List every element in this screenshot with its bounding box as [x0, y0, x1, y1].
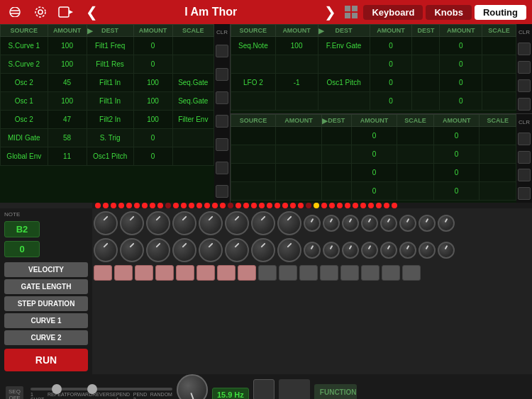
- slider-thumb-right[interactable]: [87, 384, 97, 394]
- step-button[interactable]: [361, 265, 379, 281]
- knob[interactable]: [277, 238, 301, 262]
- knob[interactable]: [342, 215, 359, 232]
- knob[interactable]: [277, 211, 301, 235]
- clr-btn[interactable]: [518, 79, 531, 92]
- table-row[interactable]: Osc 2 47 Filt2 In 100 Filter Env: [1, 111, 214, 129]
- steps-button[interactable]: [279, 379, 310, 399]
- clr-btn[interactable]: [518, 169, 531, 181]
- table-row[interactable]: 0 0: [231, 164, 516, 182]
- velocity-btn[interactable]: VELOCITY: [4, 262, 88, 277]
- knob[interactable]: [399, 242, 416, 259]
- clr-btn[interactable]: [518, 43, 531, 55]
- knobs-button[interactable]: Knobs: [426, 5, 471, 20]
- knob[interactable]: [225, 238, 249, 262]
- table-row[interactable]: Osc 2 45 Filt1 In 100 Seq.Gate: [1, 74, 214, 92]
- table-row[interactable]: MIDI Gate 58 S. Trig 0: [1, 129, 214, 147]
- settings-icon[interactable]: [31, 3, 50, 21]
- knob[interactable]: [172, 238, 196, 262]
- knob[interactable]: [438, 215, 455, 232]
- table-row[interactable]: Osc 1 100 Filt1 In 100 Seq.Gate: [1, 92, 214, 111]
- knob[interactable]: [146, 238, 170, 262]
- step-button[interactable]: [114, 265, 133, 281]
- knob[interactable]: [225, 211, 249, 235]
- knob[interactable]: [399, 215, 416, 232]
- clr-btn[interactable]: [518, 151, 531, 164]
- knob[interactable]: [199, 211, 223, 235]
- knob[interactable]: [146, 211, 170, 235]
- knob[interactable]: [251, 238, 275, 262]
- table-row[interactable]: 0 0: [231, 182, 516, 201]
- knob[interactable]: [94, 211, 118, 235]
- knob[interactable]: [199, 238, 223, 262]
- knob[interactable]: [120, 211, 144, 235]
- menu-icon[interactable]: [6, 3, 24, 21]
- right-bracket-icon[interactable]: ❯: [321, 3, 339, 21]
- step-button[interactable]: [196, 265, 215, 281]
- clr-btn[interactable]: [216, 162, 228, 174]
- table-row[interactable]: Global Env 11 Osc1 Pitch 0: [1, 147, 214, 166]
- left-bracket-icon[interactable]: ❮: [82, 3, 101, 21]
- knob[interactable]: [419, 242, 436, 259]
- step-button[interactable]: [340, 265, 359, 281]
- gate-length-btn[interactable]: GATE LENGTH: [4, 279, 88, 294]
- clr-btn[interactable]: [216, 68, 228, 81]
- grid-icon[interactable]: [342, 3, 360, 21]
- step-button[interactable]: [382, 265, 400, 281]
- function-button[interactable]: FUNCTION: [314, 384, 357, 400]
- knob[interactable]: [342, 242, 359, 259]
- clr-btn[interactable]: [518, 133, 531, 145]
- run-button[interactable]: RUN: [4, 349, 88, 371]
- knob[interactable]: [438, 242, 455, 259]
- rate-knob[interactable]: [177, 374, 208, 399]
- step-button[interactable]: [402, 265, 421, 281]
- knob[interactable]: [361, 242, 378, 259]
- step-button[interactable]: [155, 265, 174, 281]
- knob[interactable]: [419, 215, 436, 232]
- table-row[interactable]: 0 0: [231, 92, 516, 111]
- clr-btn[interactable]: [216, 45, 228, 57]
- step-button[interactable]: [320, 265, 338, 281]
- table-row[interactable]: S.Curve 1 100 Filt1 Freq 0: [1, 37, 214, 55]
- clr-btn[interactable]: [216, 115, 228, 128]
- knob[interactable]: [323, 215, 340, 232]
- step-button[interactable]: [299, 265, 318, 281]
- routing-button[interactable]: Routing: [475, 5, 526, 20]
- clr-btn[interactable]: [216, 91, 228, 104]
- knob[interactable]: [304, 215, 321, 232]
- table-row[interactable]: 0 0: [231, 145, 516, 164]
- step-button[interactable]: [258, 265, 277, 281]
- knob[interactable]: [380, 215, 397, 232]
- step-button[interactable]: [279, 265, 297, 281]
- table-row[interactable]: LFO 2 -1 Osc1 Pitch 0 0: [231, 74, 516, 92]
- table-row[interactable]: 0 0: [231, 127, 516, 145]
- step-button[interactable]: [217, 265, 235, 281]
- sync-button[interactable]: [253, 379, 275, 399]
- knob[interactable]: [251, 211, 275, 235]
- step-button[interactable]: [238, 265, 256, 281]
- curve1-btn[interactable]: CURVE 1: [4, 313, 88, 328]
- clr-btn[interactable]: [518, 98, 531, 111]
- knob[interactable]: [94, 238, 118, 262]
- knob[interactable]: [120, 238, 144, 262]
- clr-btn[interactable]: [518, 61, 531, 74]
- clr-btn[interactable]: [518, 187, 531, 200]
- step-button[interactable]: [94, 265, 112, 281]
- step-button[interactable]: [135, 265, 153, 281]
- curve2-btn[interactable]: CURVE 2: [4, 330, 88, 345]
- knob[interactable]: [323, 242, 340, 259]
- table-row[interactable]: 0 0: [231, 55, 516, 74]
- knob[interactable]: [172, 211, 196, 235]
- video-icon[interactable]: [57, 3, 75, 21]
- table-row[interactable]: Seq.Note 100 F.Env Gate 0 0: [231, 37, 516, 55]
- keyboard-button[interactable]: Keyboard: [363, 5, 423, 20]
- table-row[interactable]: S.Curve 2 100 Filt1 Res 0: [1, 55, 214, 74]
- mode-slider-track[interactable]: [31, 388, 172, 390]
- step-duration-btn[interactable]: STEP DURATION: [4, 296, 88, 311]
- clr-btn[interactable]: [216, 138, 228, 151]
- slider-thumb-left[interactable]: [52, 384, 62, 394]
- knob[interactable]: [380, 242, 397, 259]
- knob[interactable]: [361, 215, 378, 232]
- step-button[interactable]: [176, 265, 194, 281]
- knob[interactable]: [304, 242, 321, 259]
- clr-btn[interactable]: [216, 185, 228, 198]
